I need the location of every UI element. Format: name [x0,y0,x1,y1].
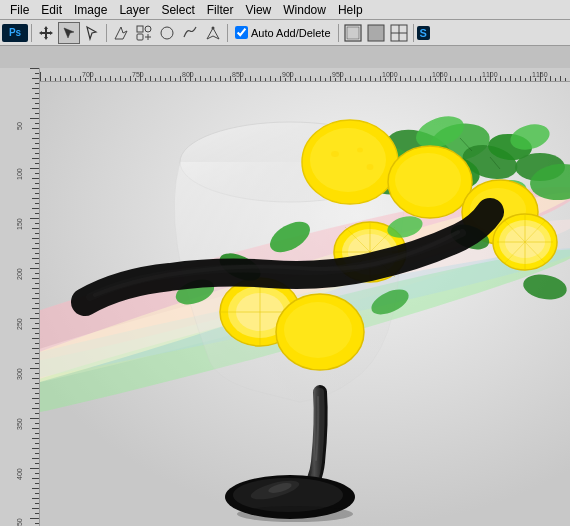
toolbar-pen2[interactable] [133,22,155,44]
menu-view[interactable]: View [239,2,277,18]
svg-point-3 [161,27,173,39]
vertical-ruler [0,68,40,526]
toolbar-pen1[interactable] [110,22,132,44]
toolbar-path-select[interactable] [58,22,80,44]
toolbar-pen5[interactable] [202,22,224,44]
menu-bar: File Edit Image Layer Select Filter View… [0,0,570,20]
toolbar-pen4[interactable] [179,22,201,44]
svg-rect-6 [347,27,359,39]
auto-add-delete-label: Auto Add/Delete [251,27,331,39]
menu-window[interactable]: Window [277,2,332,18]
svg-point-59 [357,148,363,153]
toolbar-sep-4 [338,24,339,42]
canvas-area[interactable] [40,82,570,526]
toolbar-pen3[interactable] [156,22,178,44]
svg-point-4 [212,26,215,29]
svg-point-97 [237,506,353,522]
svg-point-58 [331,151,339,157]
menu-file[interactable]: File [4,2,35,18]
auto-add-delete-option[interactable]: Auto Add/Delete [231,26,335,39]
svg-point-85 [284,302,352,358]
svg-point-62 [395,153,461,207]
horizontal-ruler [40,68,570,82]
toolbar-view3[interactable] [388,22,410,44]
main-toolbar: Ps [0,20,570,46]
toolbar-sep-1 [31,24,32,42]
ps-logo: Ps [2,24,28,42]
menu-edit[interactable]: Edit [35,2,68,18]
svg-rect-7 [368,25,384,41]
ps-icon-small: S [417,26,430,40]
menu-select[interactable]: Select [155,2,200,18]
toolbar-view2[interactable] [365,22,387,44]
toolbar-sep-3 [227,24,228,42]
menu-layer[interactable]: Layer [113,2,155,18]
svg-point-60 [367,164,374,170]
svg-rect-2 [137,34,143,40]
menu-image[interactable]: Image [68,2,113,18]
menu-filter[interactable]: Filter [201,2,240,18]
toolbar-move-icon[interactable] [35,22,57,44]
svg-rect-1 [145,26,151,32]
toolbar-view1[interactable] [342,22,364,44]
auto-add-delete-checkbox[interactable] [235,26,248,39]
menu-help[interactable]: Help [332,2,369,18]
svg-rect-0 [137,26,143,32]
svg-point-57 [310,128,386,192]
artwork-svg [40,82,570,526]
toolbar-direct-select[interactable] [81,22,103,44]
toolbar-sep-2 [106,24,107,42]
toolbar-sep-5 [413,24,414,42]
